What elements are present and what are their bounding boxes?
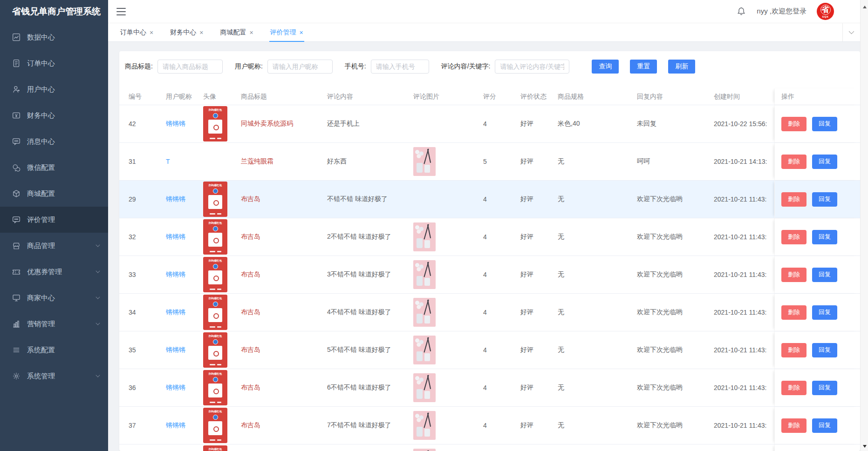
cell-comment: 7不错不错 味道好极了 — [318, 421, 404, 430]
search-button[interactable]: 查询 — [592, 60, 619, 74]
reply-button[interactable]: 回复 — [812, 305, 837, 320]
column-header: 回复内容 — [628, 93, 704, 101]
filterbar: 商品标题:用户昵称:手机号:评论内容/关键字:查询重置刷新 — [119, 51, 860, 74]
cell-product-title[interactable]: 布吉岛 — [241, 270, 260, 278]
chevron-down-icon — [96, 295, 100, 299]
column-header: 操作 — [774, 88, 860, 105]
sidebar-item-system-manage[interactable]: 系统管理 — [0, 363, 108, 389]
qr-avatar-caption: 扫码领红包 — [209, 221, 222, 225]
reply-button[interactable]: 回复 — [812, 192, 837, 207]
sidebar-item-review-manage[interactable]: 评价管理 — [0, 207, 108, 233]
table-row: 37锵锵锵 扫码领红包 布吉岛7不错不错 味道好极了 4好评无欢迎下次光临哟20… — [119, 407, 860, 444]
message-icon — [12, 137, 21, 146]
cell-product-title[interactable]: 布吉岛 — [241, 195, 260, 202]
delete-button[interactable]: 删除 — [781, 343, 806, 357]
reply-button[interactable]: 回复 — [812, 268, 837, 282]
reply-button[interactable]: 回复 — [812, 230, 837, 244]
cell-product-title[interactable]: 兰蔻纯眼霜 — [241, 157, 273, 165]
reply-button[interactable]: 回复 — [812, 343, 837, 357]
tab-财务中心[interactable]: 财务中心× — [169, 23, 204, 41]
scroll-down-arrow-icon[interactable] — [861, 442, 868, 450]
filter-input[interactable] — [495, 60, 569, 74]
avatar[interactable]: 省 SQX — [817, 3, 834, 20]
delete-button[interactable]: 删除 — [781, 155, 806, 169]
tab-商城配置[interactable]: 商城配置× — [219, 23, 254, 41]
qr-avatar-logo-icon — [213, 226, 218, 231]
sidebar-item-mall-config[interactable]: 商城配置 — [0, 181, 108, 207]
hamburger-icon[interactable] — [116, 8, 126, 15]
cell-actions: 删除回复 — [774, 331, 860, 369]
sidebar-item-wechat-config[interactable]: 微信配置 — [0, 155, 108, 181]
tab-订单中心[interactable]: 订单中心× — [119, 23, 154, 41]
cell-spec: 无 — [548, 384, 628, 392]
cell-rating: 4 — [474, 195, 511, 203]
reply-button[interactable]: 回复 — [812, 418, 837, 433]
monitor-icon — [12, 294, 21, 302]
sidebar-item-marketing[interactable]: 营销管理 — [0, 311, 108, 337]
sidebar-item-order-center[interactable]: 订单中心 — [0, 50, 108, 76]
cell-nickname[interactable]: 锵锵锵 — [166, 120, 185, 127]
cell-spec: 无 — [548, 195, 628, 203]
cell-nickname[interactable]: 锵锵锵 — [166, 384, 185, 391]
sidebar-item-goods-manage[interactable]: 商品管理 — [0, 233, 108, 259]
sidebar-item-data-center[interactable]: 数据中心 — [0, 24, 108, 50]
sidebar-item-label: 用户中心 — [27, 85, 100, 94]
column-header: 用户昵称 — [157, 93, 194, 101]
sidebar-item-system-config[interactable]: 系统配置 — [0, 337, 108, 363]
sidebar: 省钱兄单商户管理系统 数据中心订单中心用户中心财务中心消息中心微信配置商城配置评… — [0, 0, 108, 451]
column-header: 评分 — [474, 93, 511, 101]
cell-review-image — [404, 336, 474, 364]
cell-rating: 4 — [474, 233, 511, 241]
refresh-button[interactable]: 刷新 — [668, 60, 695, 74]
cell-nickname[interactable]: 锵锵锵 — [166, 195, 185, 202]
cell-nickname[interactable]: 锵锵锵 — [166, 233, 185, 240]
reply-button[interactable]: 回复 — [812, 155, 837, 169]
delete-button[interactable]: 删除 — [781, 117, 806, 131]
cell-product-title[interactable]: 布吉岛 — [241, 308, 260, 316]
tab-close-icon[interactable]: × — [199, 29, 203, 36]
tab-close-icon[interactable]: × — [249, 29, 253, 36]
sidebar-item-merchant-center[interactable]: 商家中心 — [0, 285, 108, 311]
cell-created-time: 2021-10-21 11:43: — [704, 271, 774, 278]
reset-button[interactable]: 重置 — [630, 60, 657, 74]
delete-button[interactable]: 删除 — [781, 192, 806, 207]
cell-spec: 无 — [548, 421, 628, 430]
reply-button[interactable]: 回复 — [812, 117, 837, 131]
sidebar-item-finance-center[interactable]: 财务中心 — [0, 102, 108, 128]
tab-close-icon[interactable]: × — [300, 29, 303, 36]
filter-input[interactable] — [371, 60, 429, 74]
comment-icon — [12, 215, 21, 224]
column-header: 编号 — [119, 93, 157, 101]
cell-product-title[interactable]: 布吉岛 — [241, 346, 260, 353]
cell-product-title[interactable]: 布吉岛 — [241, 233, 260, 240]
filter-input[interactable] — [267, 60, 333, 74]
tab-评价管理[interactable]: 评价管理× — [269, 23, 304, 41]
cell-product-title[interactable]: 布吉岛 — [241, 421, 260, 429]
filter-input[interactable] — [157, 60, 223, 74]
delete-button[interactable]: 删除 — [781, 268, 806, 282]
delete-button[interactable]: 删除 — [781, 418, 806, 433]
cell-nickname[interactable]: 锵锵锵 — [166, 346, 185, 353]
cell-product-title[interactable]: 布吉岛 — [241, 384, 260, 391]
cell-nickname[interactable]: 锵锵锵 — [166, 421, 185, 429]
sidebar-item-message-center[interactable]: 消息中心 — [0, 128, 108, 155]
delete-button[interactable]: 删除 — [781, 381, 806, 395]
cell-nickname[interactable]: T — [166, 158, 170, 165]
avatar-text: 省 — [820, 5, 831, 15]
delete-button[interactable]: 删除 — [781, 230, 806, 244]
cell-product-title[interactable]: 同城外卖系统源码 — [241, 120, 293, 127]
cell-review-image — [404, 222, 474, 251]
bell-icon[interactable] — [736, 7, 746, 17]
tab-list-dropdown[interactable] — [842, 23, 860, 41]
vertical-scrollbar[interactable] — [860, 0, 868, 451]
delete-button[interactable]: 删除 — [781, 305, 806, 320]
qr-avatar-footer — [210, 289, 221, 290]
cell-nickname[interactable]: 锵锵锵 — [166, 308, 185, 316]
scroll-up-arrow-icon[interactable] — [861, 3, 868, 11]
cell-created-time: 2021-10-21 11:43: — [704, 346, 774, 354]
reply-button[interactable]: 回复 — [812, 381, 837, 395]
sidebar-item-user-center[interactable]: 用户中心 — [0, 76, 108, 102]
sidebar-item-coupon-manage[interactable]: 优惠券管理 — [0, 259, 108, 285]
tab-close-icon[interactable]: × — [150, 29, 153, 36]
cell-nickname[interactable]: 锵锵锵 — [166, 270, 185, 278]
